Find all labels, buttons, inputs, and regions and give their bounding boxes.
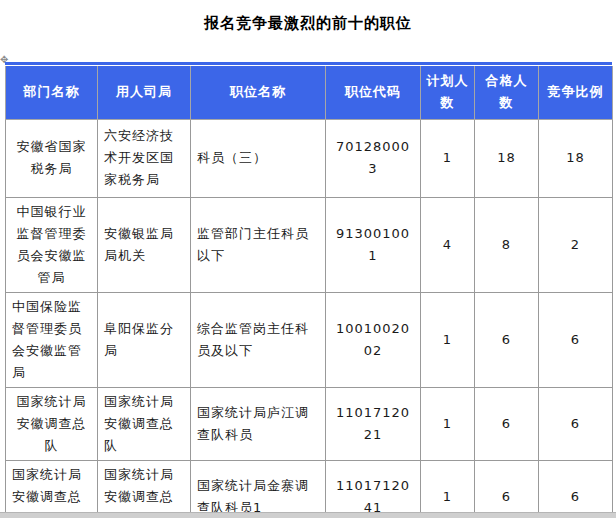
cell-position: 科员（三） (191, 119, 326, 197)
cell-planned: 1 (421, 387, 475, 460)
header-position: 职位名称 (191, 66, 326, 119)
cell-ratio: 2 (539, 197, 613, 292)
cell-department: 国家统计局安徽调查总队 (6, 387, 98, 460)
table-header-row: 部门名称 用人司局 职位名称 职位代码 计划人数 合格人数 竞争比例 (6, 66, 613, 119)
cell-department: 中国银行业监督管理委员会安徽监管局 (6, 197, 98, 292)
cell-department: 安徽省国家税务局 (6, 119, 98, 197)
table-row: 国家统计局安徽调查总队国家统计局安徽调查总队国家统计局庐江调查队科员110171… (6, 387, 613, 460)
cell-code: 1001002002 (326, 292, 421, 387)
cell-ratio: 6 (539, 387, 613, 460)
cell-qualified: 18 (475, 119, 539, 197)
header-code: 职位代码 (326, 66, 421, 119)
cell-code: 1101712041 (326, 460, 421, 518)
jobs-table: 部门名称 用人司局 职位名称 职位代码 计划人数 合格人数 竞争比例 安徽省国家… (5, 66, 613, 518)
cell-planned: 1 (421, 292, 475, 387)
cell-bureau: 阜阳保监分局 (98, 292, 191, 387)
table-row: 中国银行业监督管理委员会安徽监管局安徽银监局局机关监管部门主任科员以下91300… (6, 197, 613, 292)
header-ratio: 竞争比例 (539, 66, 613, 119)
table-top-border (5, 62, 612, 65)
table-row: 国家统计局安徽调查总队国家统计局安徽调查总队国家统计局金寨调查队科员111017… (6, 460, 613, 518)
table-row: 安徽省国家税务局六安经济技术开发区国家税务局科员（三）7012800031181… (6, 119, 613, 197)
cell-code: 701280003 (326, 119, 421, 197)
cell-position: 监管部门主任科员以下 (191, 197, 326, 292)
cell-department: 国家统计局安徽调查总队 (6, 460, 98, 518)
cell-department: 中国保险监督管理委员会安徽监管局 (6, 292, 98, 387)
cell-ratio: 18 (539, 119, 613, 197)
cell-qualified: 6 (475, 460, 539, 518)
cell-planned: 1 (421, 460, 475, 518)
cell-qualified: 8 (475, 197, 539, 292)
window-bottom-edge (0, 512, 616, 518)
cell-position: 综合监管岗主任科员及以下 (191, 292, 326, 387)
cell-bureau: 六安经济技术开发区国家税务局 (98, 119, 191, 197)
cell-bureau: 国家统计局安徽调查总队 (98, 460, 191, 518)
jobs-table-container: 部门名称 用人司局 职位名称 职位代码 计划人数 合格人数 竞争比例 安徽省国家… (5, 62, 612, 518)
header-planned: 计划人数 (421, 66, 475, 119)
cell-bureau: 国家统计局安徽调查总队 (98, 387, 191, 460)
cell-position: 国家统计局庐江调查队科员 (191, 387, 326, 460)
table-row: 中国保险监督管理委员会安徽监管局阜阳保监分局综合监管岗主任科员及以下100100… (6, 292, 613, 387)
page-title: 报名竞争最激烈的前十的职位 (0, 0, 616, 33)
cell-ratio: 6 (539, 460, 613, 518)
cell-qualified: 6 (475, 292, 539, 387)
cell-bureau: 安徽银监局局机关 (98, 197, 191, 292)
cell-ratio: 6 (539, 292, 613, 387)
header-qualified: 合格人数 (475, 66, 539, 119)
cell-planned: 1 (421, 119, 475, 197)
cell-qualified: 6 (475, 387, 539, 460)
header-department: 部门名称 (6, 66, 98, 119)
cell-code: 1101712021 (326, 387, 421, 460)
cell-planned: 4 (421, 197, 475, 292)
header-bureau: 用人司局 (98, 66, 191, 119)
cell-code: 913001001 (326, 197, 421, 292)
cell-position: 国家统计局金寨调查队科员1 (191, 460, 326, 518)
